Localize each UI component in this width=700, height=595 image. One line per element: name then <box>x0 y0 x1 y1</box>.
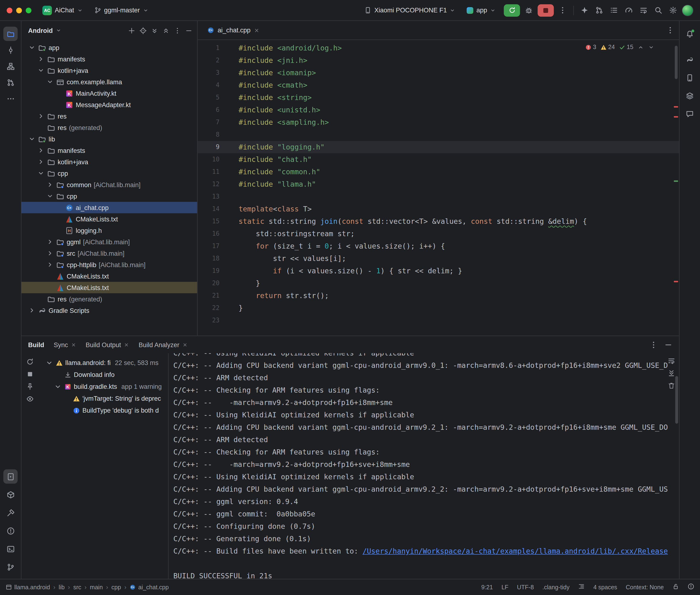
add-icon[interactable] <box>128 27 135 34</box>
indent-size-widget[interactable]: 4 spaces <box>593 584 617 591</box>
device-manager-tool-button[interactable] <box>682 70 697 85</box>
line-number[interactable]: 23 <box>198 314 220 327</box>
panel-options-icon[interactable] <box>649 341 657 349</box>
project-tree-item[interactable]: res <box>22 111 197 122</box>
chevron-down-icon[interactable] <box>45 359 53 367</box>
expand-all-icon[interactable] <box>151 27 158 34</box>
project-tree-item[interactable]: CMakeLists.txt <box>22 271 197 282</box>
build-tree-item[interactable]: llama.android: fi22 sec, 583 ms <box>38 357 168 369</box>
task-list-icon[interactable] <box>610 6 618 14</box>
notifications-info-widget[interactable] <box>688 583 694 591</box>
project-tree-item[interactable]: res (generated) <box>22 293 197 305</box>
panel-options-icon[interactable] <box>174 27 181 34</box>
code-style-widget[interactable] <box>578 583 585 591</box>
build-tree-item[interactable]: Kbuild.gradle.ktsapp 1 warning <box>38 381 168 393</box>
notifications-button[interactable] <box>682 27 697 41</box>
commit-tool-button[interactable] <box>3 43 18 57</box>
file-lock-widget[interactable] <box>672 583 679 591</box>
project-tree-item[interactable]: CMakeLists.txt <box>22 282 197 293</box>
line-number[interactable]: 14 <box>198 203 220 215</box>
structure-tool-button[interactable] <box>3 59 18 73</box>
stop-button[interactable] <box>537 4 554 17</box>
warning-count[interactable]: 24 <box>601 44 615 51</box>
chevron-down-icon[interactable] <box>46 78 54 86</box>
pull-requests-tool-button[interactable] <box>3 75 18 89</box>
project-tree-item[interactable]: Gradle Scripts <box>22 305 197 316</box>
editor-scrollbar[interactable] <box>675 46 678 79</box>
build-tool-button[interactable] <box>3 506 18 520</box>
breadcrumb-item[interactable]: cpp <box>111 584 121 591</box>
project-tree-item[interactable]: Hlogging.h <box>22 225 197 236</box>
project-tree-item[interactable]: common [AiChat.lib.main] <box>22 179 197 191</box>
build-tree-item[interactable]: Download info <box>38 369 168 381</box>
project-tree-item[interactable]: app <box>22 42 197 53</box>
chevron-right-icon[interactable] <box>46 250 54 257</box>
resource-context-widget[interactable]: Context: None <box>626 584 664 591</box>
project-tree-item[interactable]: kotlin+java <box>22 156 197 168</box>
editor-tab-ai-chat-cpp[interactable]: C+ ai_chat.cpp <box>202 21 264 40</box>
line-number[interactable]: 5 <box>198 91 220 104</box>
code-line[interactable]: 17 for (size_t i = 0; i < values.size();… <box>198 240 679 252</box>
line-number[interactable]: 2 <box>198 54 220 67</box>
problems-tool-button[interactable] <box>3 523 18 538</box>
hide-panel-icon[interactable] <box>664 341 672 349</box>
build-tab-build-output[interactable]: Build Output <box>85 341 129 348</box>
stop-build-icon[interactable] <box>26 370 34 378</box>
profile-avatar[interactable] <box>682 4 693 16</box>
code-line[interactable]: 2#include <jni.h> <box>198 54 679 67</box>
next-problem-icon[interactable] <box>648 44 654 50</box>
line-number[interactable]: 9 <box>198 141 220 153</box>
line-number[interactable]: 13 <box>198 191 220 203</box>
line-number[interactable]: 19 <box>198 265 220 277</box>
build-console[interactable]: C/C++: -- Using KleidiAI optimized kerne… <box>168 353 679 579</box>
build-tab-build-analyzer[interactable]: Build Analyzer <box>139 341 188 348</box>
close-tab-icon[interactable] <box>124 342 129 347</box>
code-line[interactable]: 21 return str.str(); <box>198 289 679 302</box>
close-tab-icon[interactable] <box>254 27 260 33</box>
more-actions-icon[interactable] <box>559 6 567 14</box>
project-tree-item[interactable]: CMakeLists.txt <box>22 213 197 225</box>
code-line[interactable]: 18 str << values[i]; <box>198 252 679 265</box>
breadcrumb-item[interactable]: C+ai_chat.cpp <box>130 584 169 591</box>
hide-panel-icon[interactable] <box>185 27 192 34</box>
locate-file-icon[interactable] <box>140 27 147 34</box>
build-tab-sync[interactable]: Sync <box>54 341 76 348</box>
line-number[interactable]: 16 <box>198 228 220 240</box>
gradle-tool-button[interactable] <box>682 52 697 67</box>
project-tree-item[interactable]: cpp <box>22 191 197 202</box>
chevron-right-icon[interactable] <box>46 238 54 246</box>
chevron-down-icon[interactable] <box>46 192 54 200</box>
chevron-right-icon[interactable] <box>46 261 54 268</box>
breadcrumb-item[interactable]: main <box>90 584 103 591</box>
code-line[interactable]: 13 <box>198 191 679 203</box>
project-tree-item[interactable]: manifests <box>22 145 197 156</box>
project-tree-item[interactable]: KMessageAdapter.kt <box>22 99 197 111</box>
line-number[interactable]: 4 <box>198 79 220 91</box>
code-line[interactable]: 20 } <box>198 277 679 289</box>
device-mirror-icon[interactable] <box>640 6 648 14</box>
line-number[interactable]: 17 <box>198 240 220 252</box>
project-tree-item[interactable]: kotlin+java <box>22 65 197 76</box>
code-line[interactable]: 3#include <iomanip> <box>198 67 679 79</box>
project-tree-item[interactable]: com.example.llama <box>22 76 197 88</box>
code-line[interactable]: 15static std::string join(const std::vec… <box>198 215 679 228</box>
code-line[interactable]: 16 std::ostringstream str; <box>198 228 679 240</box>
terminal-tool-button[interactable] <box>3 542 18 556</box>
line-number[interactable]: 15 <box>198 215 220 228</box>
file-encoding-widget[interactable]: UTF-8 <box>517 584 534 591</box>
chevron-down-icon[interactable] <box>28 135 36 143</box>
run-configuration-selector[interactable]: app <box>464 5 499 16</box>
project-tree-item[interactable]: cpp-httplib [AiChat.lib.main] <box>22 259 197 271</box>
line-number[interactable]: 11 <box>198 166 220 178</box>
chevron-right-icon[interactable] <box>46 181 54 189</box>
project-selector[interactable]: AC AiChat <box>39 4 86 17</box>
device-selector[interactable]: Xiaomi POCOPHONE F1 <box>361 5 459 16</box>
chevron-down-icon[interactable] <box>37 67 45 74</box>
line-number[interactable]: 21 <box>198 289 220 302</box>
project-tree-item[interactable]: manifests <box>22 53 197 65</box>
project-tree-item[interactable]: ggml [AiChat.lib.main] <box>22 236 197 248</box>
build-tree-item[interactable]: 'jvmTarget: String' is deprec <box>38 393 168 404</box>
more-tool-windows-tool-button[interactable] <box>3 91 18 106</box>
error-count[interactable]: 3 <box>585 44 596 51</box>
caret-position-widget[interactable]: 9:21 <box>481 584 493 591</box>
